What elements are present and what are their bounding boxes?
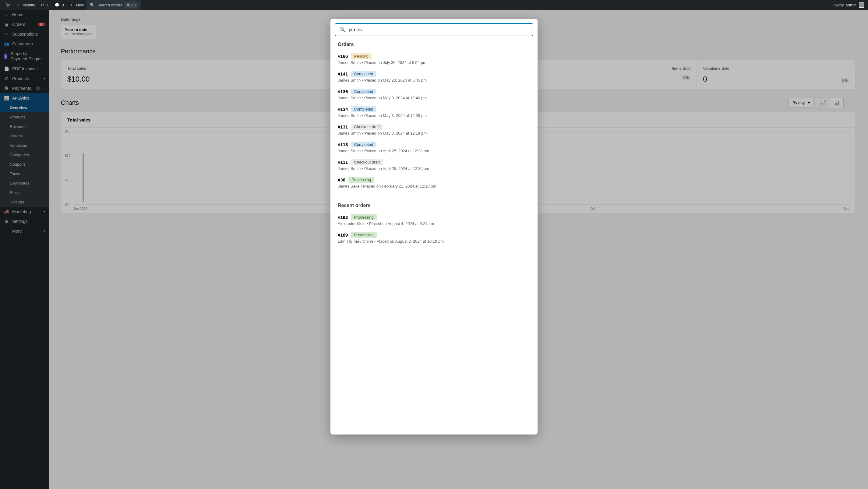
status-badge: Completed: [351, 71, 376, 77]
comments-link[interactable]: 💬0: [52, 0, 66, 10]
search-orders-trigger[interactable]: 🔍 Search orders ⌘ + K: [87, 0, 141, 10]
comments-count: 0: [62, 3, 64, 7]
new-link[interactable]: +New: [66, 0, 87, 10]
refresh-icon: ⟳: [40, 3, 45, 7]
order-number: #192: [338, 215, 348, 220]
order-meta: James Smith • Placed on May 3, 2024 at 1…: [338, 96, 530, 100]
status-badge: Pending: [351, 53, 372, 59]
kbd-shortcut: ⌘ + K: [125, 2, 138, 8]
home-icon: ⌂: [15, 3, 21, 7]
site-name: dashify: [23, 3, 35, 7]
howdy-text: Howdy, admin: [832, 3, 857, 7]
order-meta: James Smith • Placed on May 3, 2024 at 1…: [338, 131, 530, 135]
order-number: #113: [338, 142, 348, 147]
status-badge: Completed: [351, 141, 376, 148]
search-input[interactable]: [349, 27, 528, 33]
order-meta: James Smith • Placed on April 25, 2024 a…: [338, 166, 530, 171]
updates-count: 8: [47, 3, 49, 7]
order-number: #131: [338, 124, 348, 129]
new-label: New: [76, 3, 84, 7]
order-meta: James Sake • Placed on February 21, 2024…: [338, 184, 530, 189]
search-result-item[interactable]: #131Checkout draftJames Smith • Placed o…: [338, 121, 530, 138]
account-menu[interactable]: Howdy, admin: [832, 2, 866, 8]
status-badge: Processing: [351, 232, 376, 238]
order-number: #166: [338, 54, 348, 59]
search-result-item[interactable]: #136CompletedJames Smith • Placed on May…: [338, 86, 530, 103]
comment-icon: 💬: [54, 3, 60, 7]
search-overlay[interactable]: 🔍 Orders #166PendingJames Smith • Placed…: [0, 10, 868, 489]
order-number: #189: [338, 232, 348, 237]
order-number: #136: [338, 89, 348, 94]
search-orders-label: Search orders: [97, 3, 122, 7]
search-result-item[interactable]: #166PendingJames Smith • Placed on July …: [338, 50, 530, 68]
search-result-item[interactable]: #134CompletedJames Smith • Placed on May…: [338, 103, 530, 121]
search-result-item[interactable]: #38ProcessingJames Sake • Placed on Febr…: [338, 174, 530, 192]
search-input-container: 🔍: [335, 23, 533, 36]
search-result-item[interactable]: #141CompletedJames Smith • Placed on May…: [338, 68, 530, 86]
order-number: #38: [338, 177, 345, 183]
plus-icon: +: [69, 3, 74, 7]
status-badge: Checkout draft: [351, 124, 383, 130]
orders-heading: Orders: [338, 40, 530, 50]
separator: [338, 199, 530, 199]
updates-link[interactable]: ⟳8: [37, 0, 52, 10]
search-result-item[interactable]: #111Checkout draftJames Smith • Placed o…: [338, 156, 530, 174]
search-icon: 🔍: [90, 3, 95, 7]
order-meta: James Smith • Placed on April 25, 2024 a…: [338, 149, 530, 153]
order-meta: James Smith • Placed on July 30, 2024 at…: [338, 60, 530, 65]
search-result-item[interactable]: #113CompletedJames Smith • Placed on Apr…: [338, 138, 530, 156]
search-modal: 🔍 Orders #166PendingJames Smith • Placed…: [331, 19, 537, 434]
order-number: #141: [338, 71, 348, 76]
wp-logo[interactable]: ⓦ: [2, 0, 13, 10]
order-meta: Alexander Klein • Placed on August 4, 20…: [338, 221, 530, 226]
status-badge: Completed: [351, 89, 376, 94]
order-meta: James Smith • Placed on May 3, 2024 at 1…: [338, 113, 530, 118]
order-number: #134: [338, 106, 348, 112]
wordpress-icon: ⓦ: [5, 2, 10, 8]
admin-bar: ⓦ ⌂dashify ⟳8 💬0 +New 🔍 Search orders ⌘ …: [0, 0, 868, 10]
status-badge: Checkout draft: [351, 159, 383, 165]
order-meta: Lâm Thị Kiều Chinh • Placed on August 3,…: [338, 239, 530, 243]
status-badge: Processing: [351, 214, 376, 220]
search-result-item[interactable]: #189ProcessingLâm Thị Kiều Chinh • Place…: [338, 229, 530, 247]
order-number: #111: [338, 160, 348, 165]
order-meta: James Smith • Placed on May 23, 2024 at …: [338, 78, 530, 83]
recent-heading: Recent orders: [338, 202, 530, 211]
status-badge: Processing: [348, 177, 374, 183]
avatar: [859, 2, 864, 8]
search-icon: 🔍: [340, 27, 346, 33]
status-badge: Completed: [351, 106, 376, 112]
site-link[interactable]: ⌂dashify: [13, 0, 37, 10]
search-result-item[interactable]: #192ProcessingAlexander Klein • Placed o…: [338, 211, 530, 229]
